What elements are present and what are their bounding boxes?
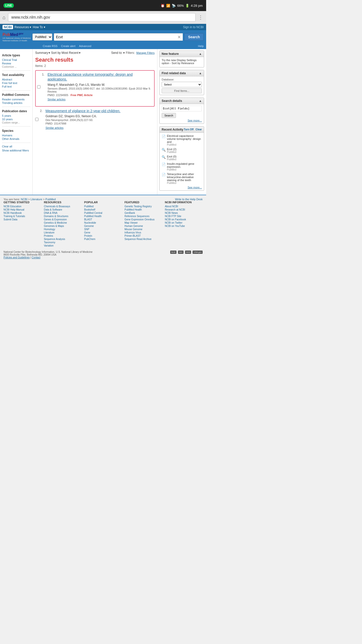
footer-link-genetics[interactable]: Genetics & Medicine (44, 221, 81, 224)
filter-free-full-text[interactable]: Free full text (2, 81, 30, 85)
breadcrumb-ncbi[interactable]: NCBI (21, 198, 27, 201)
manage-filters-link[interactable]: Manage Filters (136, 51, 155, 54)
article-2-similar-link[interactable]: Similar articles (46, 126, 64, 129)
footer-link-pubmed-central[interactable]: PubMed Central (84, 212, 122, 214)
find-related-toggle[interactable]: ▲ (199, 71, 202, 75)
help-link[interactable]: Help (198, 45, 204, 48)
footer-link-snp[interactable]: SNP (84, 228, 122, 231)
find-related-db-select[interactable]: Select (162, 82, 202, 87)
footer-link-geo[interactable]: Gene Expression Omnibus (124, 218, 162, 221)
filter-humans[interactable]: Humans (2, 134, 30, 137)
footer-link-proteins[interactable]: Proteins (44, 234, 81, 237)
send-to-dropdown[interactable]: Send to: ▾ (111, 51, 125, 55)
filter-other-animals[interactable]: Other Animals (2, 137, 30, 141)
footer-link-genetic-testing[interactable]: Genetic Testing Registry (124, 205, 162, 208)
footer-link-ncbi-news[interactable]: NCBI News (165, 212, 203, 214)
activity-see-more[interactable]: See more... (162, 186, 202, 189)
activity-text-4[interactable]: Insulin-regulated gene expression. (167, 162, 202, 168)
footer-link-pubmed-health[interactable]: PubMed Health (84, 215, 122, 218)
breadcrumb-pubmed[interactable]: PubMed (46, 198, 56, 201)
article-1-title[interactable]: Electrical capacitance volume tomography… (48, 72, 153, 82)
filter-5-years[interactable]: 5 years (2, 114, 30, 117)
footer-link-genomes-maps[interactable]: Genomes & Maps (44, 225, 81, 227)
footer-link-training[interactable]: Training & Tutorials (4, 215, 41, 218)
footer-link-literature[interactable]: Literature (44, 231, 81, 234)
footer-link-about-ncbi[interactable]: About NCBI (165, 205, 203, 208)
create-alert-link[interactable]: Create alert (61, 45, 75, 48)
footer-link-pubmed-health-2[interactable]: PubMed Health (124, 208, 162, 211)
footer-link-influenza[interactable]: Influenza Virus (124, 231, 162, 234)
create-rss-link[interactable]: Create RSS (43, 45, 58, 48)
help-desk-link[interactable]: Write to the Help Desk (175, 198, 203, 201)
filter-reader-comments[interactable]: Reader comments (2, 98, 30, 101)
footer-link-ncbi-help[interactable]: NCBI Help Manual (4, 208, 41, 211)
filter-10-years[interactable]: 10 years (2, 117, 30, 121)
footer-link-homology[interactable]: Homology (44, 228, 81, 231)
footer-link-chemicals[interactable]: Chemicals & Bioassays (44, 205, 81, 208)
article-2-checkbox[interactable] (35, 109, 38, 130)
footer-link-pubmed[interactable]: PubMed (84, 205, 122, 208)
footer-link-pubchem[interactable]: PubChem (84, 238, 122, 240)
search-input[interactable] (54, 33, 183, 41)
footer-link-domains[interactable]: Domains & Structures (44, 215, 81, 218)
activity-text-3[interactable]: Exvt (0) (167, 155, 202, 158)
filter-abstract[interactable]: Abstract (2, 78, 30, 81)
search-button[interactable]: Search (184, 33, 204, 41)
activity-text-1[interactable]: Electrical capacitance volume tomography… (167, 134, 202, 143)
article-1-checkbox[interactable] (37, 73, 40, 101)
new-feature-toggle[interactable]: ▲ (199, 52, 202, 56)
policies-link[interactable]: Policies and Guidelines (4, 256, 30, 259)
advanced-link[interactable]: Advanced (79, 45, 91, 48)
clear-activity-link[interactable]: Clear (196, 128, 202, 131)
footer-link-genbank[interactable]: GenBank (124, 212, 162, 214)
footer-link-variation[interactable]: Variation (44, 244, 81, 247)
browser-menu-button[interactable]: ⋮ (198, 14, 204, 20)
clear-search-button[interactable]: ✕ (175, 35, 183, 39)
display-dropdown[interactable]: Summary ▾ (35, 51, 50, 55)
search-details-search-button[interactable]: Search (162, 113, 176, 118)
footer-link-human-genome[interactable]: Human Genome (124, 225, 162, 227)
activity-text-5[interactable]: Tetracycline and other tetracycline-deri… (167, 173, 202, 182)
article-1-similar-link[interactable]: Similar articles (48, 98, 66, 101)
footer-link-gene[interactable]: Gene (84, 231, 122, 234)
footer-link-map-viewer[interactable]: Map Viewer (124, 221, 162, 224)
footer-link-blast[interactable]: BLAST (84, 218, 122, 221)
howto-link[interactable]: How To ▾ (33, 25, 45, 29)
find-items-button[interactable]: Find Items... (162, 88, 202, 93)
footer-link-dna-rna[interactable]: DNA & RNA (44, 212, 81, 214)
filter-trending-articles[interactable]: Trending articles (2, 101, 30, 105)
filter-custom-range[interactable]: Custom range... (2, 121, 30, 124)
footer-link-nucleotide[interactable]: Nucleotide (84, 221, 122, 224)
search-details-toggle[interactable]: ▲ (199, 99, 202, 103)
url-bar[interactable]: www.ncbi.nlm.nih.gov (8, 13, 196, 22)
footer-link-ncbi-education[interactable]: NCBI Education (4, 205, 41, 208)
filter-review[interactable]: Review (2, 62, 30, 65)
filter-full-text[interactable]: Full text (2, 85, 30, 88)
footer-link-protein[interactable]: Protein (84, 234, 122, 237)
footer-link-genes[interactable]: Genes & Expression (44, 218, 81, 221)
footer-link-ncbi-facebook[interactable]: NCBI on Facebook (165, 218, 203, 221)
article-2-title[interactable]: Measurement of vigilance in 2-year-old c… (46, 109, 155, 114)
turn-off-link[interactable]: Turn Off (184, 128, 194, 131)
resources-link[interactable]: Resources ▾ (15, 25, 31, 29)
footer-link-research-ncbi[interactable]: Research at NCBI (165, 208, 203, 211)
filter-clinical-trial[interactable]: Clinical Trial (2, 58, 30, 62)
footer-link-genome[interactable]: Genome (84, 225, 122, 227)
sort-dropdown[interactable]: Sort by Most Recent ▾ (51, 51, 80, 55)
footer-link-taxonomy[interactable]: Taxonomy (44, 241, 81, 244)
footer-link-ncbi-youtube[interactable]: NCBI on YouTube (165, 225, 203, 227)
breadcrumb-literature[interactable]: Literature (31, 198, 42, 201)
activity-text-2[interactable]: Ecvt (2) (167, 148, 202, 151)
contact-link[interactable]: Contact (32, 256, 40, 259)
home-button[interactable]: ⌂ (3, 15, 6, 20)
filter-customize[interactable]: Customize ... (2, 65, 30, 68)
clear-all-link[interactable]: Clear all (2, 145, 30, 148)
footer-link-sequence-analysis[interactable]: Sequence Analysis (44, 238, 81, 240)
footer-link-reference-seqs[interactable]: Reference Sequences (124, 215, 162, 218)
footer-link-data-software[interactable]: Data & Software (44, 208, 81, 211)
footer-link-primer-blast[interactable]: Primer-BLAST (124, 234, 162, 237)
footer-link-mouse-genome[interactable]: Mouse Genome (124, 228, 162, 231)
footer-link-submit-data[interactable]: Submit Data (4, 218, 41, 221)
sign-in-link[interactable]: Sign in to NCBI (183, 25, 204, 29)
footer-link-sra[interactable]: Sequence Read Archive (124, 238, 162, 240)
